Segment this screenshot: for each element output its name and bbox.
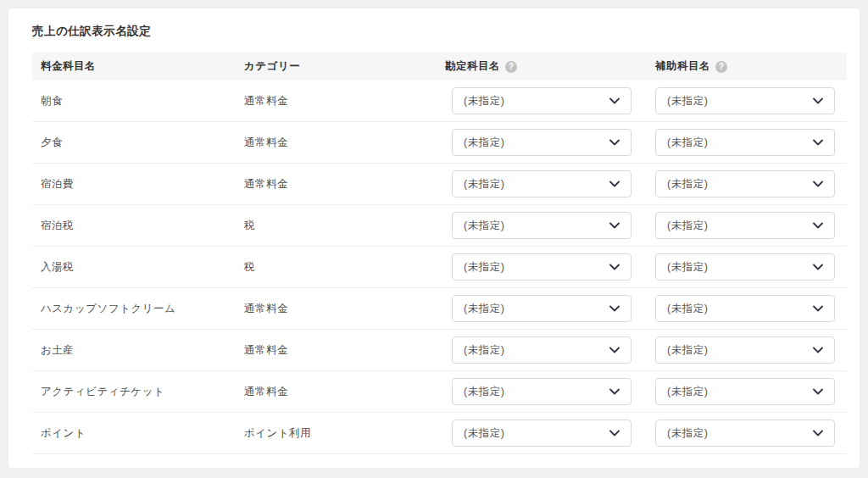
table-row: アクティビティチケット 通常料金 (未指定) (未指定) — [32, 371, 847, 413]
fee-item-name: 宿泊税 — [32, 219, 234, 233]
chevron-down-icon — [609, 264, 620, 270]
account-select[interactable]: (未指定) — [452, 170, 632, 197]
sub-account-select-value: (未指定) — [667, 343, 708, 358]
fee-item-name: ハスカップソフトクリーム — [32, 302, 234, 316]
chevron-down-icon — [813, 430, 823, 436]
account-select[interactable]: (未指定) — [452, 253, 632, 281]
account-select-value: (未指定) — [464, 426, 504, 441]
account-select[interactable]: (未指定) — [452, 295, 632, 322]
category-value: 通常料金 — [234, 343, 436, 358]
fee-item-name: ポイント — [32, 426, 234, 441]
col-header-fee-item: 料金科目名 — [32, 59, 234, 74]
col-header-sub-account: 補助科目名 ? — [639, 59, 847, 74]
chevron-down-icon — [609, 222, 620, 229]
sub-account-select-value: (未指定) — [667, 177, 708, 192]
sub-account-select[interactable]: (未指定) — [655, 295, 835, 322]
chevron-down-icon — [609, 388, 620, 395]
account-select-value: (未指定) — [464, 260, 504, 275]
col-header-sub-account-label: 補助科目名 — [655, 59, 710, 74]
account-select[interactable]: (未指定) — [452, 212, 632, 239]
chevron-down-icon — [813, 388, 823, 395]
chevron-down-icon — [609, 305, 620, 312]
chevron-down-icon — [813, 139, 823, 146]
account-select-value: (未指定) — [464, 136, 504, 150]
chevron-down-icon — [609, 347, 620, 353]
sub-account-select[interactable]: (未指定) — [655, 378, 835, 405]
sub-account-select-value: (未指定) — [667, 260, 708, 275]
chevron-down-icon — [813, 222, 823, 229]
account-select-value: (未指定) — [464, 177, 504, 192]
sub-account-help-icon[interactable]: ? — [715, 61, 727, 73]
account-select-value: (未指定) — [464, 385, 504, 399]
chevron-down-icon — [813, 181, 823, 187]
chevron-down-icon — [813, 305, 823, 312]
category-value: 税 — [234, 219, 436, 233]
category-value: 通常料金 — [234, 177, 436, 192]
account-select[interactable]: (未指定) — [452, 87, 632, 114]
table-row: 夕食 通常料金 (未指定) (未指定) — [32, 122, 847, 164]
chevron-down-icon — [813, 264, 823, 270]
category-value: 通常料金 — [234, 302, 436, 316]
sub-account-select[interactable]: (未指定) — [655, 420, 835, 447]
page-title: 売上の仕訳表示名設定 — [32, 24, 151, 39]
sub-account-select-value: (未指定) — [667, 219, 708, 233]
sub-account-select[interactable]: (未指定) — [655, 87, 835, 114]
fee-item-name: 朝食 — [32, 94, 234, 108]
table-row: 入湯税 税 (未指定) (未指定) — [32, 247, 847, 288]
account-select-value: (未指定) — [464, 343, 504, 358]
account-select-value: (未指定) — [464, 94, 504, 108]
sub-account-select-value: (未指定) — [667, 94, 708, 108]
account-select-value: (未指定) — [464, 302, 504, 316]
account-select[interactable]: (未指定) — [452, 378, 632, 405]
sub-account-select-value: (未指定) — [667, 136, 708, 150]
sub-account-select-value: (未指定) — [667, 302, 708, 316]
fee-item-name: アクティビティチケット — [32, 385, 234, 399]
sub-account-select[interactable]: (未指定) — [655, 212, 835, 239]
sub-account-select[interactable]: (未指定) — [655, 170, 835, 197]
table-row: ハスカップソフトクリーム 通常料金 (未指定) (未指定) — [32, 288, 847, 330]
account-help-icon[interactable]: ? — [505, 61, 517, 73]
fee-item-name: 夕食 — [32, 136, 234, 150]
fee-item-name: 入湯税 — [32, 260, 234, 275]
table-row: 宿泊税 税 (未指定) (未指定) — [32, 205, 847, 247]
table-body: 朝食 通常料金 (未指定) (未指定) 夕食 通常料金 (未指定) (未指定 — [32, 81, 847, 454]
chevron-down-icon — [813, 347, 823, 353]
sales-journal-settings-card: 売上の仕訳表示名設定 料金科目名 カテゴリー 勘定科目名 ? 補助科目名 ? 朝… — [8, 8, 860, 468]
sub-account-select[interactable]: (未指定) — [655, 336, 835, 364]
table-row: 朝食 通常料金 (未指定) (未指定) — [32, 81, 847, 122]
table-row: 宿泊費 通常料金 (未指定) (未指定) — [32, 164, 847, 205]
category-value: 通常料金 — [234, 136, 436, 150]
col-header-account-label: 勘定科目名 — [445, 59, 500, 74]
chevron-down-icon — [813, 97, 823, 104]
chevron-down-icon — [609, 181, 620, 187]
account-select[interactable]: (未指定) — [452, 336, 632, 364]
journal-display-name-table: 料金科目名 カテゴリー 勘定科目名 ? 補助科目名 ? 朝食 通常料金 (未指定… — [32, 53, 847, 454]
account-select[interactable]: (未指定) — [452, 420, 632, 447]
table-row: ポイント ポイント利用 (未指定) (未指定) — [32, 413, 847, 454]
category-value: 税 — [234, 260, 436, 275]
table-header: 料金科目名 カテゴリー 勘定科目名 ? 補助科目名 ? — [32, 53, 847, 81]
sub-account-select-value: (未指定) — [667, 385, 708, 399]
table-row: お土産 通常料金 (未指定) (未指定) — [32, 330, 847, 371]
fee-item-name: お土産 — [32, 343, 234, 358]
chevron-down-icon — [609, 430, 620, 436]
col-header-account: 勘定科目名 ? — [436, 59, 639, 74]
category-value: 通常料金 — [234, 385, 436, 399]
category-value: ポイント利用 — [234, 426, 436, 441]
fee-item-name: 宿泊費 — [32, 177, 234, 192]
account-select[interactable]: (未指定) — [452, 129, 632, 156]
account-select-value: (未指定) — [464, 219, 504, 233]
chevron-down-icon — [609, 139, 620, 146]
chevron-down-icon — [609, 97, 620, 104]
category-value: 通常料金 — [234, 94, 436, 108]
sub-account-select[interactable]: (未指定) — [655, 129, 835, 156]
col-header-category: カテゴリー — [234, 59, 436, 74]
sub-account-select-value: (未指定) — [667, 426, 708, 441]
sub-account-select[interactable]: (未指定) — [655, 253, 835, 281]
